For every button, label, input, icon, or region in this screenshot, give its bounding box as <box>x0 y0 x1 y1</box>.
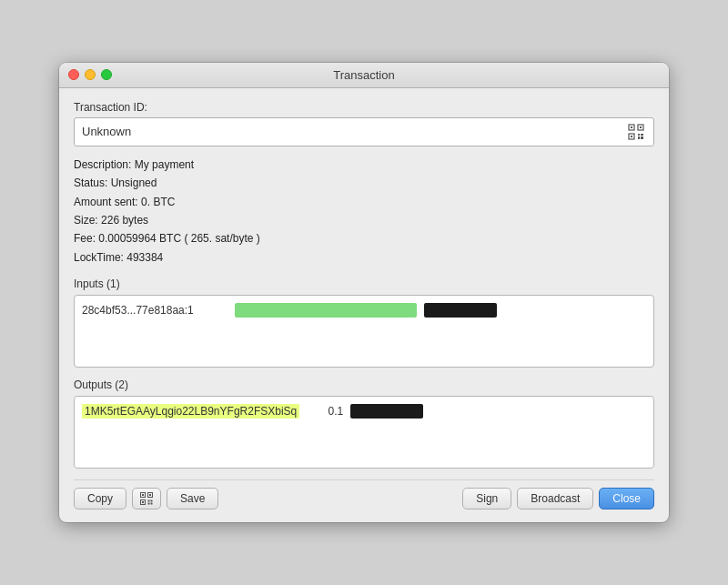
inputs-label: Inputs (1) <box>74 277 654 290</box>
close-traffic-light[interactable] <box>68 69 79 80</box>
svg-rect-7 <box>641 134 643 136</box>
txid-value: Unknown <box>82 125 131 138</box>
svg-rect-16 <box>148 500 150 502</box>
svg-rect-1 <box>631 126 632 128</box>
table-row: 28c4bf53...77e818aa:1 <box>80 301 648 319</box>
window-body: Transaction ID: Unknown <box>59 88 669 522</box>
info-block: Description: My payment Status: Unsigned… <box>74 156 654 267</box>
locktime-line: LockTime: 493384 <box>74 248 654 267</box>
txid-label: Transaction ID: <box>74 101 654 114</box>
inputs-list: 28c4bf53...77e818aa:1 <box>74 295 654 368</box>
output-address: 1MK5rtEGAAyLqgio22LB9nYFgR2FSXbiSq <box>82 404 299 419</box>
minimize-traffic-light[interactable] <box>85 69 96 80</box>
description-value: My payment <box>135 158 194 171</box>
amount-value: 0. BTC <box>141 196 175 208</box>
svg-rect-6 <box>638 134 640 136</box>
txid-row: Unknown <box>74 117 654 146</box>
svg-rect-13 <box>149 494 151 496</box>
save-button[interactable]: Save <box>167 488 218 509</box>
svg-rect-9 <box>641 136 643 139</box>
green-progress-bar <box>235 303 417 318</box>
status-label: Status: <box>74 177 107 189</box>
qr-btn-icon <box>140 492 153 505</box>
fee-line: Fee: 0.00059964 BTC ( 265. sat/byte ) <box>74 229 654 247</box>
svg-rect-18 <box>148 503 150 505</box>
status-line: Status: Unsigned <box>74 174 654 192</box>
txid-box: Unknown <box>74 117 654 146</box>
output-black-bar <box>350 404 423 419</box>
svg-rect-19 <box>151 503 153 505</box>
locktime-value: 493384 <box>126 251 163 264</box>
locktime-label: LockTime: <box>74 251 124 264</box>
size-value: 226 bytes <box>101 214 148 227</box>
svg-rect-15 <box>142 501 144 503</box>
black-bar <box>424 303 497 318</box>
qr-icon-button[interactable] <box>626 122 646 142</box>
footer-row: Copy Save <box>74 479 654 509</box>
svg-rect-3 <box>640 126 642 128</box>
table-row: 1MK5rtEGAAyLqgio22LB9nYFgR2FSXbiSq 0.1 <box>80 402 648 420</box>
svg-rect-17 <box>151 500 153 502</box>
output-amount: 0.1 <box>307 405 343 418</box>
input-address: 28c4bf53...77e818aa:1 <box>82 304 228 317</box>
close-button[interactable]: Close <box>599 488 654 509</box>
svg-rect-5 <box>631 136 632 137</box>
outputs-label: Outputs (2) <box>74 378 654 391</box>
size-line: Size: 226 bytes <box>74 211 654 229</box>
fee-label: Fee: <box>74 232 96 245</box>
broadcast-button[interactable]: Broadcast <box>517 488 593 509</box>
description-label: Description: <box>74 158 131 171</box>
titlebar: Transaction <box>59 63 669 88</box>
qr-button[interactable] <box>132 488 161 509</box>
fee-value: 0.00059964 BTC ( 265. sat/byte ) <box>98 232 259 245</box>
amount-label: Amount sent: <box>74 196 138 208</box>
size-label: Size: <box>74 214 98 227</box>
window-title: Transaction <box>333 68 394 82</box>
maximize-traffic-light[interactable] <box>101 69 112 80</box>
description-line: Description: My payment <box>74 156 654 174</box>
footer-left: Copy Save <box>74 488 218 509</box>
sign-button[interactable]: Sign <box>462 488 511 509</box>
traffic-lights <box>68 69 112 80</box>
transaction-window: Transaction Transaction ID: Unknown <box>59 63 669 522</box>
footer-right: Sign Broadcast Close <box>462 488 654 509</box>
copy-button[interactable]: Copy <box>74 488 126 509</box>
amount-line: Amount sent: 0. BTC <box>74 193 654 211</box>
outputs-list: 1MK5rtEGAAyLqgio22LB9nYFgR2FSXbiSq 0.1 <box>74 396 654 469</box>
status-value: Unsigned <box>111 177 157 189</box>
svg-rect-11 <box>142 494 144 496</box>
svg-rect-8 <box>638 136 640 139</box>
